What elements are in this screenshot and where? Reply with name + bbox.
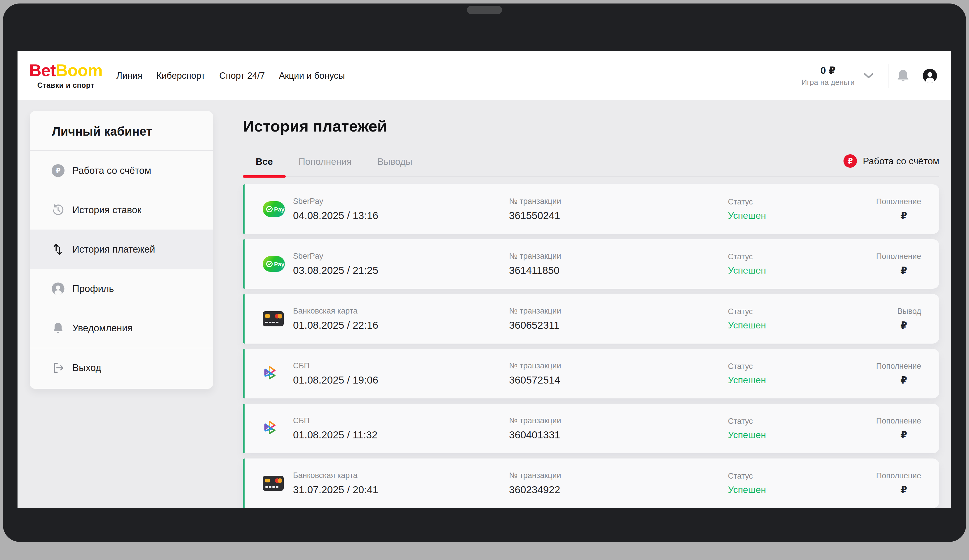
sidebar-item-logout[interactable]: Выход — [30, 348, 213, 387]
status-value: Успешен — [728, 484, 876, 495]
logo-bet: Bet — [29, 61, 55, 80]
account-operations-label: Работа со счётом — [863, 156, 939, 166]
sidebar-item-bet-history[interactable]: История ставок — [30, 190, 213, 229]
sberpay-icon: Pay — [263, 201, 293, 217]
header-divider — [888, 64, 889, 88]
ruble-circle-icon: ₽ — [52, 164, 65, 177]
operation-amount: ₽ — [901, 320, 921, 331]
sidebar-item-label: Профиль — [72, 283, 114, 294]
header-right: 0 ₽ Игра на деньги — [801, 64, 937, 88]
transfers-icon — [52, 243, 65, 256]
logo-boom: Boom — [55, 61, 102, 80]
top-navbar: BetBoom Ставки и спорт Линия Киберспорт … — [18, 52, 951, 100]
transaction-number-label: № транзакции — [509, 361, 728, 371]
svg-text:₽: ₽ — [55, 166, 60, 175]
logo-wordmark: BetBoom — [29, 62, 102, 79]
operation-amount: ₽ — [901, 265, 921, 276]
betboom-logo[interactable]: BetBoom Ставки и спорт — [29, 62, 102, 90]
transaction-number-value: 360234922 — [509, 484, 728, 495]
payment-row[interactable]: СБП 01.08.2025 / 19:06 № транзакции 3605… — [243, 349, 939, 399]
operation-amount: ₽ — [901, 374, 921, 386]
tab-deposits[interactable]: Пополнения — [286, 156, 365, 176]
status-label: Статус — [728, 307, 897, 316]
sidebar-column: Личный кабинет ₽ Работа со счётом Истори… — [30, 100, 213, 508]
main-nav: Линия Киберспорт Спорт 24/7 Акции и бону… — [117, 71, 345, 81]
payment-row[interactable]: СБП 01.08.2025 / 11:32 № транзакции 3604… — [243, 404, 939, 453]
transaction-number-value: 361550241 — [509, 210, 728, 221]
payment-method-label: Банковская карта — [293, 307, 509, 316]
transaction-number-value: 361411850 — [509, 264, 728, 276]
payment-date: 03.08.2025 / 21:25 — [293, 264, 509, 276]
transaction-number-value: 360652311 — [509, 319, 728, 331]
sidebar-item-payments[interactable]: История платежей — [30, 229, 213, 269]
sidebar-item-account[interactable]: ₽ Работа со счётом — [30, 151, 213, 190]
sidebar-item-profile[interactable]: Профиль — [30, 269, 213, 308]
operation-type-label: Пополнение — [876, 197, 921, 206]
app-screen: BetBoom Ставки и спорт Линия Киберспорт … — [18, 52, 951, 508]
sbp-icon — [263, 365, 293, 383]
history-icon — [52, 203, 65, 217]
balance-amount: 0 ₽ — [821, 65, 836, 76]
tab-withdrawals[interactable]: Выводы — [365, 156, 425, 176]
payment-date: 01.08.2025 / 11:32 — [293, 429, 509, 441]
nav-item-promos[interactable]: Акции и бонусы — [279, 71, 345, 81]
payment-date: 04.08.2025 / 13:16 — [293, 210, 509, 221]
payment-row[interactable]: Банковская карта 31.07.2025 / 20:41 № тр… — [243, 459, 939, 508]
status-value: Успешен — [728, 375, 876, 386]
payment-row[interactable]: Pay SberPay 04.08.2025 / 13:16 № транзак… — [243, 184, 939, 234]
status-label: Статус — [728, 362, 876, 371]
transaction-number-label: № транзакции — [509, 416, 728, 425]
nav-item-cybersport[interactable]: Киберспорт — [157, 71, 205, 81]
main-column: История платежей Все Пополнения Выводы ₽… — [243, 100, 939, 508]
nav-item-sport247[interactable]: Спорт 24/7 — [219, 71, 265, 81]
status-label: Статус — [728, 252, 876, 261]
sidebar-item-label: История платежей — [72, 244, 155, 255]
payment-date: 31.07.2025 / 20:41 — [293, 484, 509, 495]
sidebar-title: Личный кабинет — [30, 111, 213, 150]
operation-amount: ₽ — [901, 429, 921, 441]
transaction-number-label: № транзакции — [509, 471, 728, 480]
chevron-down-icon[interactable] — [862, 70, 875, 82]
payment-method-label: Банковская карта — [293, 471, 509, 480]
status-label: Статус — [728, 472, 876, 481]
payment-method-label: SberPay — [293, 252, 509, 261]
sidebar-item-label: Уведомления — [72, 322, 133, 334]
logo-tagline: Ставки и спорт — [37, 81, 94, 90]
logout-icon — [52, 361, 65, 374]
payments-list: Pay SberPay 04.08.2025 / 13:16 № транзак… — [243, 184, 939, 508]
status-value: Успешен — [728, 320, 897, 331]
operation-type-label: Пополнение — [876, 471, 921, 480]
status-value: Успешен — [728, 210, 876, 221]
payment-date: 01.08.2025 / 22:16 — [293, 319, 509, 331]
status-label: Статус — [728, 198, 876, 206]
account-operations-button[interactable]: ₽ Работа со счётом — [844, 154, 939, 176]
balance-widget[interactable]: 0 ₽ Игра на деньги — [801, 65, 854, 87]
payment-method-label: СБП — [293, 361, 509, 371]
content-area: Личный кабинет ₽ Работа со счётом Истори… — [18, 100, 951, 508]
operation-type-label: Пополнение — [876, 362, 921, 371]
bell-gray-icon — [52, 321, 65, 335]
bell-icon[interactable] — [896, 68, 911, 83]
ruble-red-icon: ₽ — [844, 154, 857, 168]
bank-card-icon — [263, 311, 293, 326]
operation-type-label: Вывод — [897, 307, 921, 316]
sidebar-items: ₽ Работа со счётом История ставок Истори… — [30, 151, 213, 387]
tab-all[interactable]: Все — [243, 156, 286, 176]
svg-text:₽: ₽ — [847, 157, 853, 165]
transaction-number-value: 360401331 — [509, 429, 728, 441]
profile-avatar-icon[interactable] — [922, 68, 937, 83]
payment-row[interactable]: Pay SberPay 03.08.2025 / 21:25 № транзак… — [243, 239, 939, 289]
svg-text:Pay: Pay — [274, 261, 285, 268]
device-frame: BetBoom Ставки и спорт Линия Киберспорт … — [3, 3, 966, 542]
operation-type-label: Пополнение — [876, 417, 921, 425]
status-value: Успешен — [728, 430, 876, 440]
bank-card-icon — [263, 476, 293, 491]
operation-type-label: Пополнение — [876, 252, 921, 261]
payment-method-label: SberPay — [293, 197, 509, 206]
payment-row[interactable]: Банковская карта 01.08.2025 / 22:16 № тр… — [243, 294, 939, 344]
nav-item-liniya[interactable]: Линия — [117, 71, 142, 81]
sidebar-item-notifications[interactable]: Уведомления — [30, 308, 213, 348]
person-icon — [52, 282, 65, 296]
operation-amount: ₽ — [901, 484, 921, 495]
status-label: Статус — [728, 417, 876, 426]
